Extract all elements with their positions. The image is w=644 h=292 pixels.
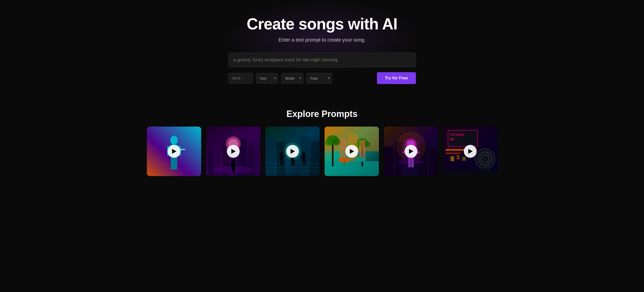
play-button-5[interactable] xyxy=(404,145,418,158)
prompt-card-2[interactable] xyxy=(206,126,260,176)
key-select[interactable]: Key C C# D D# E F F# G G# A A# B xyxy=(256,73,278,84)
play-button-2[interactable] xyxy=(227,145,240,158)
prompt-input[interactable] xyxy=(228,53,416,67)
play-icon-6 xyxy=(468,149,473,154)
card-4-overlay xyxy=(324,126,379,176)
play-button-4[interactable] xyxy=(345,145,358,158)
speed-select-wrapper: Fast Medium Slow xyxy=(306,73,332,84)
speed-select[interactable]: Fast Medium Slow xyxy=(306,73,332,84)
explore-section: Explore Prompts xyxy=(0,94,644,186)
controls-row: Key C C# D D# E F F# G G# A A# B Mode Ma… xyxy=(228,72,416,84)
hero-section: Create songs with AI Enter a text prompt… xyxy=(0,0,644,94)
play-icon-1 xyxy=(172,149,176,154)
prompt-card-1[interactable] xyxy=(147,126,201,176)
mode-select-wrapper: Mode Major Minor xyxy=(281,73,303,84)
prompt-card-3[interactable] xyxy=(265,126,320,176)
card-3-overlay xyxy=(265,126,320,176)
card-6-overlay xyxy=(443,126,498,176)
mode-select[interactable]: Mode Major Minor xyxy=(281,73,303,84)
play-button-6[interactable] xyxy=(464,145,477,158)
play-button-1[interactable] xyxy=(168,145,180,158)
play-icon-2 xyxy=(231,149,236,154)
play-icon-5 xyxy=(409,149,414,154)
prompts-grid: TATAKKI NE xyxy=(10,126,634,176)
card-5-overlay xyxy=(384,126,438,176)
play-icon-4 xyxy=(350,149,354,154)
key-select-wrapper: Key C C# D D# E F F# G G# A A# B xyxy=(256,73,278,84)
card-2-overlay xyxy=(206,126,260,176)
subtitle: Enter a text prompt to create your song. xyxy=(278,37,365,43)
explore-title: Explore Prompts xyxy=(10,109,634,119)
prompt-container xyxy=(228,53,416,67)
try-for-free-button[interactable]: Try for Free xyxy=(377,72,416,84)
card-1-overlay xyxy=(147,126,201,176)
play-button-3[interactable] xyxy=(286,145,299,158)
main-title: Create songs with AI xyxy=(246,15,398,33)
prompt-card-6[interactable]: TATAKKI NE xyxy=(443,126,498,176)
prompt-card-5[interactable] xyxy=(384,126,438,176)
prompt-card-4[interactable] xyxy=(324,126,379,176)
play-icon-3 xyxy=(290,149,295,154)
bpm-input[interactable] xyxy=(228,73,253,84)
